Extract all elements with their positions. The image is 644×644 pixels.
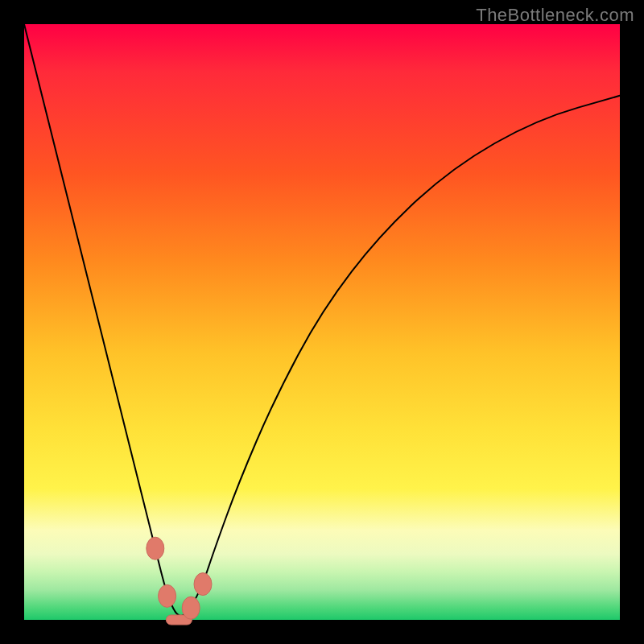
- watermark-text: TheBottleneck.com: [476, 5, 634, 26]
- bottleneck-curve: [24, 24, 620, 616]
- valley-dot: [194, 573, 212, 596]
- valley-dot: [147, 537, 164, 559]
- chart-stage: TheBottleneck.com: [0, 0, 644, 644]
- curve-svg: [24, 24, 620, 620]
- valley-dot: [182, 597, 200, 619]
- valley-dot: [159, 584, 176, 607]
- plot-area: [24, 24, 620, 620]
- valley-dots: [147, 537, 212, 625]
